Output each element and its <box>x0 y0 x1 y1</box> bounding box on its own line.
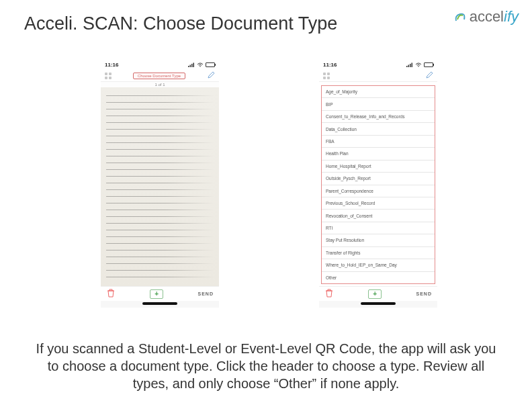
svg-rect-8 <box>412 62 413 67</box>
svg-rect-6 <box>408 64 410 67</box>
phone-screenshot-left: 11:16 Choose Document Type 1 of 1 + SEND <box>101 59 219 308</box>
svg-rect-0 <box>188 66 189 67</box>
list-item[interactable]: Age_of_Majority <box>322 86 435 98</box>
edit-icon[interactable] <box>207 70 215 82</box>
battery-icon <box>206 62 215 67</box>
status-indicators <box>188 62 215 67</box>
list-item[interactable]: BIP <box>322 98 435 110</box>
app-toolbar: Choose Document Type <box>101 70 219 82</box>
svg-rect-3 <box>193 62 195 67</box>
signal-icon <box>188 62 195 67</box>
list-item[interactable]: Consent_to_Release_Info_and_Records <box>322 111 435 123</box>
list-item[interactable]: Revocation_of_Consent <box>322 210 435 222</box>
svg-rect-2 <box>191 64 193 67</box>
trash-icon[interactable] <box>106 288 116 300</box>
choose-doc-type-header[interactable]: Choose Document Type <box>133 73 185 79</box>
grid-icon[interactable] <box>105 73 112 79</box>
logo-part1: accel <box>470 8 504 25</box>
battery-icon <box>424 62 433 67</box>
slide-title: Acceli. SCAN: Choose Document Type <box>24 13 337 34</box>
list-item[interactable]: Health Plan <box>322 148 435 160</box>
wifi-icon <box>197 62 204 67</box>
send-button[interactable]: SEND <box>198 291 214 296</box>
svg-rect-5 <box>406 66 408 67</box>
logo-mark-icon <box>453 10 467 24</box>
list-item[interactable]: FBA <box>322 136 435 148</box>
phone-screenshot-right: 11:16 Age_of_Majority BIP Consent_to_Rel… <box>319 59 437 308</box>
list-item[interactable]: Previous_School_Record <box>322 197 435 210</box>
list-item[interactable]: Where_to_Hold_IEP_on_Same_Day <box>322 259 435 271</box>
list-item[interactable]: Other <box>322 272 435 283</box>
list-item[interactable]: Outside_Pysch_Report <box>322 173 435 185</box>
status-bar: 11:16 <box>319 59 437 70</box>
home-indicator <box>142 302 177 305</box>
status-bar: 11:16 <box>101 59 219 70</box>
list-item[interactable]: Transfer of Rights <box>322 247 435 259</box>
home-indicator <box>361 302 396 305</box>
status-time: 11:16 <box>105 62 118 68</box>
add-page-button[interactable]: + <box>368 289 382 299</box>
list-item[interactable]: Data_Collection <box>322 123 435 135</box>
svg-rect-7 <box>410 64 411 67</box>
edit-icon[interactable] <box>425 70 433 82</box>
document-type-list: Age_of_Majority BIP Consent_to_Release_I… <box>319 82 437 286</box>
logo-part2: ify <box>504 8 519 25</box>
svg-rect-1 <box>190 64 191 67</box>
logo-text: accelify <box>470 8 519 26</box>
send-button[interactable]: SEND <box>416 291 432 296</box>
svg-point-4 <box>200 65 201 66</box>
grid-icon[interactable] <box>323 73 330 79</box>
brand-logo: accelify <box>453 8 519 26</box>
document-type-list-box: Age_of_Majority BIP Consent_to_Release_I… <box>321 85 435 284</box>
wifi-icon <box>415 62 422 67</box>
list-item[interactable]: Home_Hospital_Report <box>322 161 435 173</box>
svg-point-9 <box>418 65 419 66</box>
document-text-icon <box>106 91 214 283</box>
list-item[interactable]: Parent_Correspondence <box>322 185 435 197</box>
list-item[interactable]: RTI <box>322 222 435 234</box>
list-item[interactable]: Stay Put Resolution <box>322 234 435 246</box>
bottom-toolbar: + SEND <box>319 286 437 301</box>
status-time: 11:16 <box>323 62 337 68</box>
trash-icon[interactable] <box>324 288 334 300</box>
caption-text: If you scanned a Student-Level or Event-… <box>32 340 500 392</box>
page-indicator: 1 of 1 <box>101 82 219 87</box>
add-page-button[interactable]: + <box>150 289 163 299</box>
app-toolbar <box>319 70 437 82</box>
signal-icon <box>406 62 413 67</box>
bottom-toolbar: + SEND <box>101 286 219 301</box>
scanned-document-preview[interactable] <box>101 87 219 286</box>
status-indicators <box>406 62 433 67</box>
